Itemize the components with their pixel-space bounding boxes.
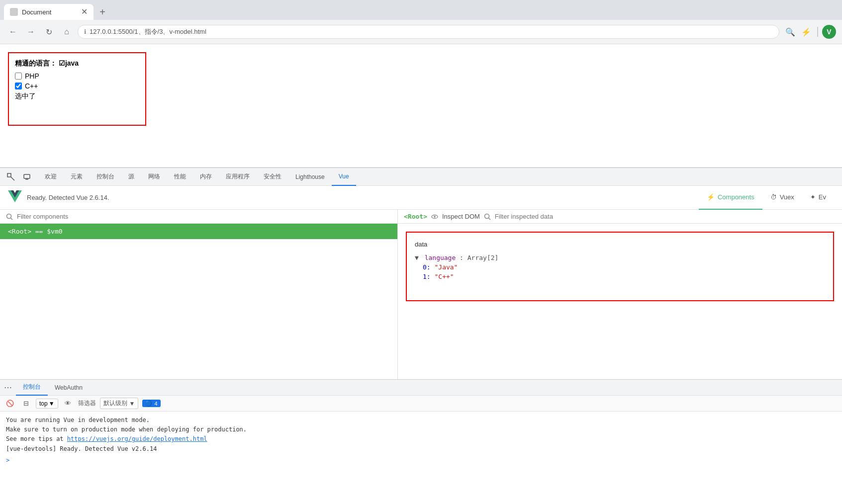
url-bar[interactable]: ℹ 127.0.0.1:5500/1、指令/3、v-model.html <box>78 25 779 39</box>
right-panel-header: <Root> Inspect DOM <box>398 210 842 224</box>
reload-button[interactable]: ↻ <box>42 25 56 39</box>
components-label: Components <box>718 193 754 201</box>
console-prompt[interactable]: > <box>6 456 836 465</box>
title-text: 精通的语言： <box>15 59 57 67</box>
top-context-dropdown[interactable]: top ▼ <box>36 399 58 409</box>
tab-close-button[interactable]: ✕ <box>81 8 88 16</box>
svg-point-4 <box>7 214 11 218</box>
console-message-4: [vue-devtools] Ready. Detected Vue v2.6.… <box>6 444 836 454</box>
cpp-checkbox[interactable] <box>15 83 22 89</box>
filter-bar <box>0 210 397 224</box>
tab-title: Document <box>22 8 51 16</box>
tab-lighthouse[interactable]: Lighthouse <box>288 168 332 186</box>
profile-button[interactable]: V <box>822 25 836 39</box>
java-checked: ☑java <box>57 59 79 67</box>
console-toolbar: 🚫 ⊟ top ▼ 👁 筛选器 默认级别 ▼ 🔵 4 <box>0 396 842 412</box>
console-tab-bar: ⋯ 控制台 WebAuthn <box>0 380 842 396</box>
console-tab-webauthn[interactable]: WebAuthn <box>48 380 90 396</box>
log-level-dropdown[interactable]: 默认级别 ▼ <box>100 398 139 409</box>
vue-header: Ready. Detected Vue 2.6.14. ⚡ Components… <box>0 186 842 210</box>
browser-tab[interactable]: Document ✕ <box>4 4 94 20</box>
device-icon <box>23 173 31 181</box>
events-icon: ✦ <box>810 193 816 201</box>
tab-performance[interactable]: 性能 <box>167 168 193 186</box>
message-count-value: 4 <box>154 401 157 407</box>
language-key: language <box>425 254 456 261</box>
svg-rect-0 <box>7 173 11 177</box>
triangle-icon: ▼ <box>415 254 419 261</box>
tab-sources[interactable]: 源 <box>121 168 141 186</box>
svg-line-5 <box>11 218 13 220</box>
devtools-left-icons <box>0 170 38 184</box>
inspect-element-button[interactable] <box>4 170 18 184</box>
right-panel: <Root> Inspect DOM data ▼ language : Ar <box>398 210 842 379</box>
svg-rect-3 <box>25 179 28 180</box>
console-tab-console[interactable]: 控制台 <box>16 380 48 396</box>
language-item-0: 0: "Java" <box>415 263 825 271</box>
svg-point-8 <box>484 214 489 218</box>
url-text: 127.0.0.1:5500/1、指令/3、v-model.html <box>90 27 206 36</box>
cpp-row: C++ <box>15 82 139 90</box>
more-button[interactable]: ⋯ <box>0 383 16 392</box>
events-label: Ev <box>819 193 826 201</box>
expand-collapse-button[interactable]: ⊟ <box>20 398 32 410</box>
tab-memory[interactable]: 内存 <box>193 168 219 186</box>
language-type: : Array[2] <box>460 254 498 261</box>
console-message-1: You are running Vue in development mode. <box>6 416 836 425</box>
page-content-area: 精通的语言： ☑java PHP C++ 选中了 <box>0 44 842 168</box>
inspect-dom-label: Inspect DOM <box>442 213 480 220</box>
back-button[interactable]: ← <box>6 25 20 39</box>
data-tree: ▼ language : Array[2] 0: "Java" 1: "C++" <box>415 254 825 280</box>
inspect-icon <box>7 173 15 181</box>
svg-line-1 <box>11 177 14 180</box>
level-arrow-icon: ▼ <box>129 400 135 407</box>
home-button[interactable]: ⌂ <box>60 25 74 39</box>
component-tree: <Root> == $vm0 <box>0 224 397 379</box>
info-icon: ℹ <box>84 28 87 35</box>
left-panel: <Root> == $vm0 <box>0 210 398 379</box>
vue-logo-icon <box>8 189 22 203</box>
console-tab-label: 控制台 <box>23 383 41 391</box>
message-count-badge: 🔵 4 <box>142 400 160 407</box>
vue-tab-vuex[interactable]: ⏱ Vuex <box>762 186 802 210</box>
vue-logo <box>8 189 22 206</box>
tab-welcome[interactable]: 欢迎 <box>38 168 64 186</box>
vuex-icon: ⏱ <box>770 193 777 201</box>
browser-chrome: Document ✕ + ← → ↻ ⌂ ℹ 127.0.0.1:5500/1、… <box>0 0 842 44</box>
tab-network[interactable]: 网络 <box>141 168 167 186</box>
dropdown-arrow-icon: ▼ <box>49 400 55 407</box>
php-row: PHP <box>15 72 139 80</box>
device-toggle-button[interactable] <box>20 170 34 184</box>
language-row: ▼ language : Array[2] <box>415 254 825 261</box>
vue-tab-events[interactable]: ✦ Ev <box>802 186 834 210</box>
level-label: 默认级别 <box>103 399 127 408</box>
root-component-item[interactable]: <Root> == $vm0 <box>0 224 397 239</box>
vue-tab-components[interactable]: ⚡ Components <box>699 186 762 210</box>
deployment-link[interactable]: https://vuejs.org/guide/deployment.html <box>67 435 207 442</box>
new-tab-button[interactable]: + <box>95 5 109 19</box>
tab-elements[interactable]: 元素 <box>64 168 90 186</box>
eye-icon <box>431 213 438 220</box>
devtools-panel: 欢迎 元素 控制台 源 网络 性能 内存 应用程序 安全性 Lighthouse… <box>0 168 842 479</box>
extensions-button[interactable]: ⚡ <box>799 25 813 39</box>
svg-point-7 <box>434 216 436 218</box>
cpp-label: C++ <box>25 82 38 90</box>
console-message-2: Make sure to turn on production mode whe… <box>6 425 836 434</box>
svg-line-9 <box>488 218 490 220</box>
selected-text: 选中了 <box>15 92 139 101</box>
filter-components-input[interactable] <box>17 213 391 220</box>
forward-button[interactable]: → <box>24 25 38 39</box>
zoom-button[interactable]: 🔍 <box>783 25 797 39</box>
tab-bar: Document ✕ + <box>0 0 842 20</box>
tab-console[interactable]: 控制台 <box>90 168 121 186</box>
clear-console-button[interactable]: 🚫 <box>4 398 16 410</box>
tab-security[interactable]: 安全性 <box>257 168 288 186</box>
php-checkbox[interactable] <box>15 73 22 80</box>
tab-application[interactable]: 应用程序 <box>219 168 257 186</box>
address-bar: ← → ↻ ⌂ ℹ 127.0.0.1:5500/1、指令/3、v-model.… <box>0 20 842 44</box>
filter-inspected-input[interactable] <box>495 213 836 220</box>
tab-vue[interactable]: Vue <box>332 168 356 186</box>
inspect-dom-button[interactable]: Inspect DOM <box>442 213 480 220</box>
vue-main-tabs: ⚡ Components ⏱ Vuex ✦ Ev <box>699 186 834 210</box>
eye-console-button[interactable]: 👁 <box>62 398 74 410</box>
